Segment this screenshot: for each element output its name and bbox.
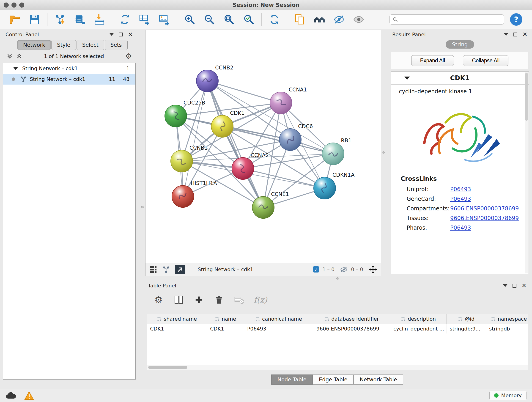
- zoom-out-button[interactable]: [202, 12, 217, 27]
- export-image-button[interactable]: [157, 12, 172, 27]
- search-input[interactable]: [400, 17, 501, 22]
- tab-select[interactable]: Select: [76, 40, 104, 50]
- crosslink-link[interactable]: P06493: [450, 186, 471, 192]
- clear-table-button[interactable]: [234, 294, 245, 305]
- tab-node-table[interactable]: Node Table: [271, 375, 313, 385]
- network-overview-icon[interactable]: [162, 265, 170, 274]
- panel-float-icon[interactable]: [119, 32, 123, 36]
- table-cell[interactable]: P06493: [244, 324, 313, 333]
- network-collection-row[interactable]: String Network – cdk1 1: [3, 63, 135, 74]
- grid-icon[interactable]: [149, 265, 157, 274]
- show-columns-button[interactable]: [173, 294, 184, 305]
- show-all-button[interactable]: [351, 12, 366, 27]
- delete-column-button[interactable]: [214, 294, 225, 305]
- network-node-ccna1[interactable]: CCNA1: [270, 87, 307, 114]
- warning-icon[interactable]: [24, 391, 34, 400]
- table-settings-button[interactable]: ⚙: [153, 294, 164, 305]
- column-header-canonical-name[interactable]: canonical name: [244, 314, 313, 324]
- clone-network-button[interactable]: [292, 12, 307, 27]
- panel-menu-icon[interactable]: [504, 33, 508, 36]
- tab-sets[interactable]: Sets: [105, 40, 128, 50]
- network-node-ccnb2[interactable]: CCNB2: [196, 65, 234, 92]
- results-scrollbar[interactable]: [525, 72, 528, 274]
- help-button[interactable]: ?: [510, 13, 522, 26]
- search-box[interactable]: [389, 14, 504, 25]
- network-node-hist1h1a[interactable]: HIST1H1A: [172, 180, 217, 207]
- string-tab[interactable]: String: [446, 40, 474, 49]
- network-node-rb1[interactable]: RB1: [322, 138, 351, 165]
- column-header-name[interactable]: name: [207, 314, 244, 324]
- panel-float-icon[interactable]: [513, 32, 517, 36]
- table-cell[interactable]: CDK1: [147, 324, 207, 333]
- hide-selected-button[interactable]: [331, 12, 347, 27]
- open-in-window-button[interactable]: [175, 265, 185, 274]
- hidden-eye-icon[interactable]: [340, 266, 348, 274]
- save-session-button[interactable]: [27, 12, 42, 27]
- import-network-file-button[interactable]: [52, 12, 68, 27]
- crosslink-link[interactable]: 9606.ENSP00000378699: [450, 205, 519, 212]
- network-node-cdc6[interactable]: CDC6: [279, 123, 313, 151]
- panel-close-icon[interactable]: ✕: [128, 32, 133, 37]
- tab-style[interactable]: Style: [51, 40, 76, 50]
- cloud-icon[interactable]: [6, 392, 16, 400]
- panel-close-icon[interactable]: ✕: [521, 283, 526, 288]
- splitter-handle[interactable]: [382, 151, 385, 154]
- table-cell[interactable]: 9606.ENSP00000378699: [313, 324, 390, 333]
- tab-network-table[interactable]: Network Table: [354, 375, 403, 385]
- protein-section-header[interactable]: CDK1: [391, 72, 529, 85]
- memory-button[interactable]: Memory: [489, 391, 526, 400]
- network-canvas[interactable]: CCNB2CCNA1CDC25BCDK1CDC6RB1CCNB1CCNA2CDK…: [145, 30, 381, 263]
- refresh-button[interactable]: [267, 12, 282, 27]
- table-cell[interactable]: stringdb:9...: [447, 324, 486, 333]
- table-cell[interactable]: stringdb: [486, 324, 528, 333]
- column-header-namespace[interactable]: namespace: [486, 314, 528, 324]
- panel-close-icon[interactable]: ✕: [522, 32, 527, 37]
- tab-edge-table[interactable]: Edge Table: [313, 375, 354, 385]
- add-column-button[interactable]: [193, 294, 204, 305]
- panel-float-icon[interactable]: [513, 284, 516, 288]
- tab-network[interactable]: Network: [17, 40, 51, 50]
- collapse-all-icon[interactable]: [16, 53, 22, 59]
- splitter-handle[interactable]: [336, 277, 339, 280]
- import-network-database-button[interactable]: [72, 12, 87, 27]
- network-node-ccnb1[interactable]: CCNB1: [171, 145, 208, 172]
- column-header--id[interactable]: @id: [447, 314, 486, 324]
- network-row[interactable]: String Network – cdk1 11 48: [3, 74, 135, 85]
- table-cell[interactable]: cyclin–dependent ...: [390, 324, 447, 333]
- network-edge[interactable]: [183, 81, 207, 196]
- selected-checkbox-icon[interactable]: ✓: [313, 266, 319, 273]
- move-crosshair-icon[interactable]: [369, 265, 377, 274]
- network-edge[interactable]: [207, 81, 263, 207]
- zoom-selected-button[interactable]: [241, 12, 256, 27]
- panel-menu-icon[interactable]: [503, 284, 507, 287]
- splitter-handle[interactable]: [141, 206, 144, 208]
- crosslink-link[interactable]: 9606.ENSP00000378699: [450, 215, 519, 221]
- network-node-cdk1[interactable]: CDK1: [211, 110, 245, 137]
- expand-all-button[interactable]: Expand All: [411, 55, 454, 66]
- network-from-table-button[interactable]: [137, 12, 152, 27]
- column-header-database-identifier[interactable]: database identifier: [313, 314, 390, 324]
- import-table-button[interactable]: [92, 12, 107, 27]
- column-header-shared-name[interactable]: shared name: [147, 314, 207, 324]
- network-tools-button[interactable]: [117, 12, 133, 27]
- table-cell[interactable]: CDK1: [207, 324, 244, 333]
- gear-icon[interactable]: ⚙: [125, 52, 132, 60]
- table-row[interactable]: CDK1CDK1P064939606.ENSP00000378699cyclin…: [147, 324, 528, 333]
- collapse-all-button[interactable]: Collapse All: [463, 55, 508, 66]
- column-header-description[interactable]: description: [390, 314, 447, 324]
- network-node-cdkn1a[interactable]: CDKN1A: [314, 172, 355, 199]
- zoom-fit-button[interactable]: [222, 12, 237, 27]
- tree-expand-icon[interactable]: [13, 67, 18, 70]
- scrollbar-thumb[interactable]: [148, 366, 187, 369]
- network-graph[interactable]: CCNB2CCNA1CDC25BCDK1CDC6RB1CCNB1CCNA2CDK…: [146, 30, 381, 263]
- network-edge[interactable]: [207, 81, 281, 103]
- zoom-in-button[interactable]: [182, 12, 197, 27]
- panel-menu-icon[interactable]: [109, 33, 114, 36]
- birdseye-button[interactable]: [312, 12, 327, 27]
- open-session-button[interactable]: [7, 12, 22, 27]
- table-horizontal-scrollbar[interactable]: [147, 365, 528, 370]
- crosslink-link[interactable]: P06493: [450, 225, 471, 231]
- crosslink-link[interactable]: P06493: [450, 196, 471, 202]
- expand-all-icon[interactable]: [6, 53, 13, 59]
- function-builder-button[interactable]: f(x): [254, 295, 267, 304]
